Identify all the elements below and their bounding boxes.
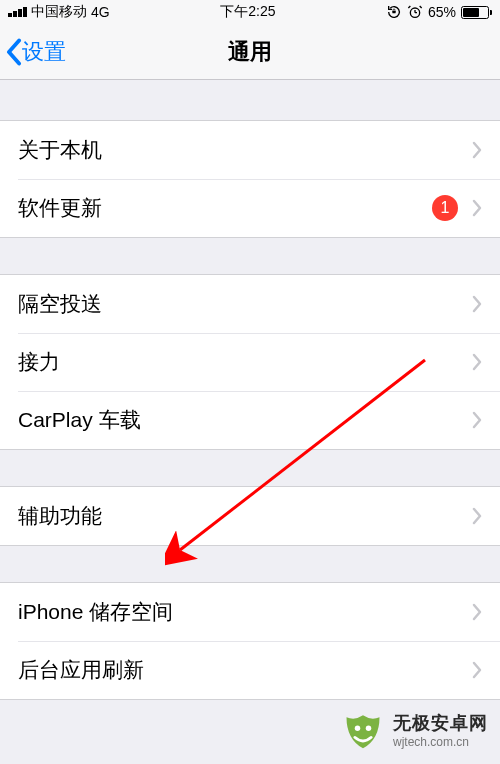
svg-point-7 — [355, 725, 361, 731]
status-time: 下午2:25 — [220, 3, 275, 21]
svg-point-8 — [366, 725, 372, 731]
battery-pct: 65% — [428, 4, 456, 20]
group-2: 辅助功能 — [0, 486, 500, 546]
group-3: iPhone 储存空间 后台应用刷新 — [0, 582, 500, 700]
nav-bar: 设置 通用 — [0, 24, 500, 80]
watermark-title: 无极安卓网 — [393, 711, 488, 735]
group-0: 关于本机 软件更新 1 — [0, 120, 500, 238]
row-about[interactable]: 关于本机 — [0, 121, 500, 179]
back-label: 设置 — [22, 37, 66, 67]
row-carplay[interactable]: CarPlay 车载 — [0, 391, 500, 449]
row-handoff[interactable]: 接力 — [0, 333, 500, 391]
screen: 中国移动 4G 下午2:25 65% 设置 通用 关于本机 软件更新 1 — [0, 0, 500, 700]
chevron-right-icon — [472, 603, 482, 621]
section-spacer — [0, 546, 500, 582]
watermark: 无极安卓网 wjtech.com.cn — [341, 708, 488, 752]
chevron-left-icon — [6, 38, 22, 66]
chevron-right-icon — [472, 353, 482, 371]
chevron-right-icon — [472, 411, 482, 429]
row-label: 软件更新 — [18, 194, 432, 222]
row-label: 辅助功能 — [18, 502, 472, 530]
back-button[interactable]: 设置 — [6, 37, 66, 67]
row-airdrop[interactable]: 隔空投送 — [0, 275, 500, 333]
chevron-right-icon — [472, 199, 482, 217]
battery-icon — [461, 6, 492, 19]
status-right: 65% — [386, 4, 492, 20]
carrier-label: 中国移动 — [31, 3, 87, 21]
svg-rect-0 — [392, 11, 395, 14]
row-label: 关于本机 — [18, 136, 472, 164]
row-background-refresh[interactable]: 后台应用刷新 — [0, 641, 500, 699]
svg-line-4 — [408, 6, 410, 8]
section-spacer — [0, 450, 500, 486]
section-spacer — [0, 80, 500, 120]
signal-icon — [8, 7, 27, 17]
row-software-update[interactable]: 软件更新 1 — [0, 179, 500, 237]
orientation-lock-icon — [386, 4, 402, 20]
section-spacer — [0, 238, 500, 274]
update-badge: 1 — [432, 195, 458, 221]
watermark-text: 无极安卓网 wjtech.com.cn — [393, 711, 488, 749]
row-label: 接力 — [18, 348, 472, 376]
alarm-icon — [407, 4, 423, 20]
status-bar: 中国移动 4G 下午2:25 65% — [0, 0, 500, 24]
row-iphone-storage[interactable]: iPhone 储存空间 — [0, 583, 500, 641]
row-label: CarPlay 车载 — [18, 406, 472, 434]
page-title: 通用 — [228, 37, 272, 67]
watermark-sub: wjtech.com.cn — [393, 735, 488, 749]
row-label: 隔空投送 — [18, 290, 472, 318]
row-accessibility[interactable]: 辅助功能 — [0, 487, 500, 545]
network-label: 4G — [91, 4, 110, 20]
chevron-right-icon — [472, 507, 482, 525]
svg-line-5 — [420, 6, 422, 8]
status-left: 中国移动 4G — [8, 3, 110, 21]
row-label: iPhone 储存空间 — [18, 598, 472, 626]
group-1: 隔空投送 接力 CarPlay 车载 — [0, 274, 500, 450]
watermark-logo-icon — [341, 708, 385, 752]
chevron-right-icon — [472, 141, 482, 159]
row-label: 后台应用刷新 — [18, 656, 472, 684]
chevron-right-icon — [472, 295, 482, 313]
chevron-right-icon — [472, 661, 482, 679]
